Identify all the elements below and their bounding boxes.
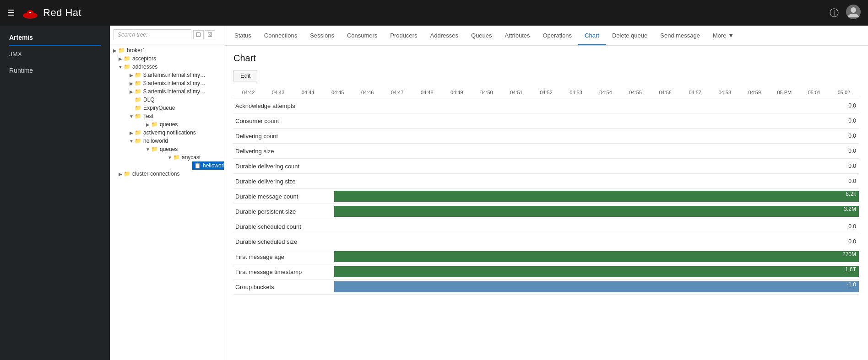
logo-area: Red Hat [22, 6, 81, 19]
timeline-tick: 04:54 [591, 90, 621, 95]
metric-row-durable-message-count: Durable message count8.2k [233, 189, 859, 204]
label-queues-hw: queues [160, 146, 178, 152]
timeline-tick: 05 PM [770, 90, 799, 95]
tab-status[interactable]: Status [228, 27, 258, 45]
tab-more[interactable]: More ▼ [706, 27, 740, 45]
tree-node-acceptors: ▶ 📁 acceptors [110, 54, 224, 63]
metric-value-durable-scheduled-size: 0.0 [836, 238, 859, 245]
metric-bar-area-durable-delivering-size: 0.0 [334, 176, 859, 187]
search-input[interactable] [114, 29, 191, 40]
tree-row-dlq[interactable]: 📁 DLQ [126, 96, 224, 104]
folder-icon-artemis2: 📁 [135, 80, 141, 86]
timeline-tick: 04:48 [412, 90, 442, 95]
tree-row-queues-test[interactable]: ▶ 📁 queues [143, 120, 224, 129]
tree-node-dlq: 📁 DLQ [115, 96, 224, 104]
folder-icon-addresses: 📁 [124, 64, 130, 70]
timeline-tick: 04:47 [382, 90, 412, 95]
timeline-tick: 04:59 [740, 90, 770, 95]
timeline-tick: 04:56 [651, 90, 680, 95]
sidebar-nav: Artemis JMX Runtime [0, 26, 110, 82]
metric-bar-first-message-timestamp: 1.6T [334, 266, 859, 277]
metric-label-durable-delivering-size: Durable delivering size [233, 178, 334, 185]
metric-bar-area-durable-persistent-size: 3.2M [334, 206, 859, 217]
tree-row-expiryqueue[interactable]: 📁 ExpiryQueue [126, 104, 224, 112]
tree-search-bar: ☐ ☒ [110, 26, 224, 44]
label-broker1: broker1 [127, 47, 146, 54]
tree-row-acceptors[interactable]: ▶ 📁 acceptors [115, 54, 224, 63]
toggle-activemq: ▶ [128, 130, 135, 135]
tree-row-artemis1[interactable]: ▶ 📁 $.artemis.internal.sf.my-cluster.... [126, 71, 224, 79]
tab-queues[interactable]: Queues [465, 27, 499, 45]
tab-addresses[interactable]: Addresses [424, 27, 465, 45]
tab-connections[interactable]: Connections [258, 27, 304, 45]
tree-row-artemis2[interactable]: ▶ 📁 $.artemis.internal.sf.my-cluster.... [126, 79, 224, 87]
tree-row-activemq[interactable]: ▶ 📁 activemq.notifications [126, 129, 224, 137]
tree-row-test[interactable]: ▼ 📁 Test [126, 112, 224, 120]
timeline-tick: 04:52 [531, 90, 561, 95]
user-avatar[interactable] [846, 5, 861, 21]
top-nav: ☰ Red Hat ⓘ [0, 0, 868, 26]
hamburger-menu[interactable]: ☰ [7, 8, 15, 18]
toggle-addresses: ▼ [117, 64, 124, 70]
metric-row-consumer-count: Consumer count0.0 [233, 113, 859, 129]
queue-icon-helloworld: 📋 [194, 162, 201, 169]
tree-node-helloworld-addr: ▼ 📁 helloworld ▼ 📁 queues [115, 137, 224, 170]
metric-label-first-message-age: First message age [233, 253, 334, 260]
expand-all-button[interactable]: ☐ [193, 30, 204, 39]
tab-consumers[interactable]: Consumers [341, 27, 384, 45]
tab-attributes[interactable]: Attributes [499, 27, 537, 45]
tab-delete-queue[interactable]: Delete queue [606, 27, 654, 45]
label-anycast: anycast [182, 154, 201, 161]
tab-operations[interactable]: Operations [537, 27, 579, 45]
metric-bar-label-group-buckets: -1.0 [846, 281, 856, 288]
tree-row-cluster-connections[interactable]: ▶ 📁 cluster-connections [115, 170, 224, 178]
tree-row-helloworld-addr[interactable]: ▼ 📁 helloworld [126, 137, 224, 145]
tree-node-activemq: ▶ 📁 activemq.notifications [115, 129, 224, 137]
tree-row-addresses[interactable]: ▼ 📁 addresses [115, 63, 224, 71]
tab-producers[interactable]: Producers [384, 27, 423, 45]
label-artemis1: $.artemis.internal.sf.my-cluster.... [143, 72, 207, 78]
metric-bar-first-message-age: 270M [334, 251, 859, 262]
toggle-queues-test: ▶ [145, 122, 151, 127]
toggle-cluster-connections: ▶ [117, 172, 124, 177]
metric-bar-area-acknowledge-attempts: 0.0 [334, 100, 859, 111]
folder-icon-expiryqueue: 📁 [135, 105, 141, 111]
tree-node-cluster-connections: ▶ 📁 cluster-connections [110, 170, 224, 178]
label-helloworld-addr: helloworld [143, 138, 168, 144]
metric-bar-label-first-message-age: 270M [842, 251, 856, 258]
tab-send-message[interactable]: Send message [654, 27, 706, 45]
timeline-tick: 04:42 [233, 90, 263, 95]
toggle-helloworld-addr: ▼ [128, 139, 135, 144]
timeline-tick: 04:43 [263, 90, 293, 95]
metric-bar-area-delivering-size: 0.0 [334, 145, 859, 156]
tree-row-queues-hw[interactable]: ▼ 📁 queues [143, 145, 224, 153]
sidebar-item-artemis[interactable]: Artemis [0, 29, 110, 46]
tab-sessions[interactable]: Sessions [304, 27, 341, 45]
sidebar-item-runtime[interactable]: Runtime [0, 62, 110, 79]
chart-section: Chart Edit 04:4204:4304:4404:4504:4604:4… [224, 46, 868, 360]
tab-chart[interactable]: Chart [578, 27, 606, 45]
toggle-queues-hw: ▼ [145, 147, 151, 152]
metric-bar-area-delivering-count: 0.0 [334, 130, 859, 141]
tree-node-helloworld-leaf: 📋 helloworld ▶ [165, 161, 224, 170]
folder-icon-artemis1: 📁 [135, 72, 141, 78]
metric-row-delivering-size: Delivering size0.0 [233, 144, 859, 159]
metric-value-consumer-count: 0.0 [836, 118, 859, 124]
folder-icon-activemq: 📁 [135, 129, 141, 136]
metric-label-first-message-timestamp: First message timestamp [233, 269, 334, 275]
label-cluster-connections: cluster-connections [132, 171, 179, 177]
timeline-tick: 04:58 [710, 90, 740, 95]
edit-button[interactable]: Edit [233, 70, 257, 81]
tree-row-artemis3[interactable]: ▶ 📁 $.artemis.internal.sf.my-cluster.... [126, 87, 224, 96]
metric-bar-label-durable-persistent-size: 3.2M [844, 206, 856, 212]
tree-row-anycast[interactable]: ▼ 📁 anycast [165, 153, 224, 161]
tree-row-broker1[interactable]: ▶ 📁 broker1 [110, 46, 224, 54]
tree-row-helloworld-leaf[interactable]: 📋 helloworld ▶ [192, 161, 224, 170]
tree-node-queues-hw: ▼ 📁 queues ▼ 📁 anycast [126, 145, 224, 170]
metric-bar-area-durable-message-count: 8.2k [334, 191, 859, 202]
metric-bar-area-consumer-count: 0.0 [334, 115, 859, 126]
label-acceptors: acceptors [132, 55, 156, 62]
collapse-all-button[interactable]: ☒ [205, 30, 215, 39]
help-icon[interactable]: ⓘ [830, 7, 839, 19]
sidebar-item-jmx[interactable]: JMX [0, 46, 110, 62]
